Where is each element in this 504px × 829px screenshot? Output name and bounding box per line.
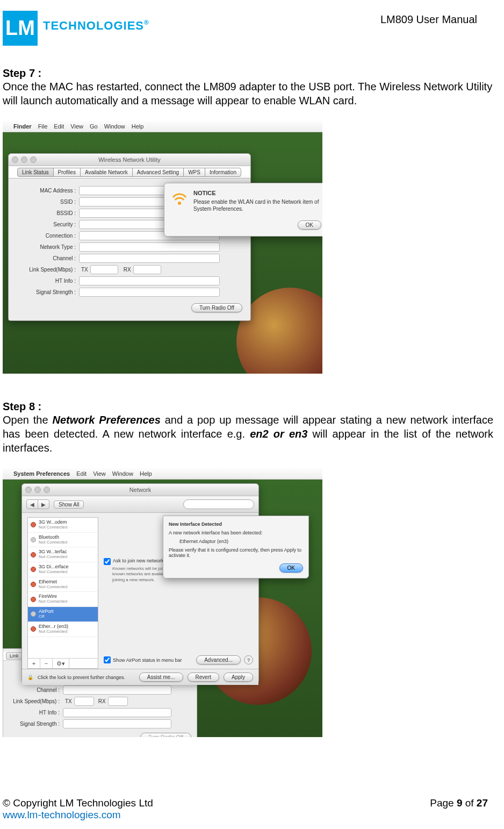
menu-view[interactable]: View xyxy=(70,123,83,130)
menubar-app[interactable]: Finder xyxy=(13,123,32,130)
remove-interface-button[interactable]: − xyxy=(40,659,53,668)
advanced-button[interactable]: Advanced... xyxy=(196,655,241,664)
lock-text: Click the lock to prevent further change… xyxy=(38,675,125,680)
window-controls[interactable] xyxy=(12,156,37,163)
lbl-channel: Channel : xyxy=(17,255,79,261)
network-title-text: Network xyxy=(129,487,151,493)
lbl-rx: RX xyxy=(124,267,131,273)
logo-word: TECHNOLOGIES xyxy=(43,19,144,32)
ask-to-join-label: Ask to join new networks xyxy=(113,558,166,563)
page-total: 27 xyxy=(477,797,488,809)
network-prefs-window: Network ◀▶ Show All 3G W...odemNot Conne… xyxy=(21,483,259,683)
show-status-checkbox[interactable] xyxy=(104,656,111,663)
step8-title: Step 8 : xyxy=(3,401,493,413)
lock-icon[interactable]: 🔒 xyxy=(27,675,33,680)
page-of: of xyxy=(462,797,476,809)
network-window-title: Network xyxy=(22,484,258,496)
page-number: Page 9 of 27 xyxy=(430,797,488,821)
menu-help[interactable]: Help xyxy=(132,123,144,130)
page-pre: Page xyxy=(430,797,457,809)
logo-reg: ® xyxy=(144,19,149,26)
tab-wps[interactable]: WPS xyxy=(183,168,205,177)
logo: LM TECHNOLOGIES® xyxy=(3,11,149,46)
sb-sub: Not Connected xyxy=(39,555,67,560)
notice-dialog: NOTICE Please enable the WLAN card in th… xyxy=(164,183,322,237)
lbl-ssid: SSID : xyxy=(17,199,79,205)
menu2-view[interactable]: View xyxy=(93,470,106,477)
screenshot-step7: Finder File Edit View Go Window Help Wir… xyxy=(3,121,322,374)
tab-profiles[interactable]: Profiles xyxy=(53,168,81,177)
window-controls-2[interactable] xyxy=(25,487,50,493)
menubar-app-2[interactable]: System Preferences xyxy=(13,470,70,477)
u-turn-off-button: Turn Radio Off xyxy=(140,733,191,737)
ask-to-join-checkbox[interactable] xyxy=(104,558,111,565)
tab-information[interactable]: Information xyxy=(205,168,241,177)
new-interface-dialog: New Interface Detected A new network int… xyxy=(163,516,309,578)
status-dot-icon xyxy=(31,582,36,587)
u-val-tx xyxy=(74,697,94,706)
menu2-help[interactable]: Help xyxy=(140,470,152,477)
show-all-button[interactable]: Show All xyxy=(54,501,84,509)
tab-advanced-setting[interactable]: Advanced Setting xyxy=(132,168,184,177)
status-dot-icon xyxy=(31,552,36,558)
sidebar-item-firewire[interactable]: FireWireNot Connected xyxy=(28,592,98,607)
page-footer: © Copyright LM Technologies Ltd www.lm-t… xyxy=(3,797,488,821)
sb-sub: Not Connected xyxy=(39,570,69,575)
utility-tabs: Link Status Profiles Available Network A… xyxy=(9,166,250,178)
show-status-label: Show AirPort status in menu bar xyxy=(113,658,182,663)
sidebar-item-bluetooth[interactable]: BluetoothNot Connected xyxy=(28,533,98,548)
u-val-rx xyxy=(108,697,128,706)
dialog2-ok-button[interactable]: OK xyxy=(279,563,303,573)
val-ht-info xyxy=(79,276,220,285)
revert-button[interactable]: Revert xyxy=(188,673,219,682)
sidebar-item-3g-modem[interactable]: 3G W...odemNot Connected xyxy=(28,518,98,533)
status-dot-icon xyxy=(31,626,36,632)
behind-tab-link[interactable]: Link xyxy=(6,652,23,660)
apply-button[interactable]: Apply xyxy=(224,673,253,682)
assist-me-button[interactable]: Assist me... xyxy=(139,673,183,682)
step7-title: Step 7 : xyxy=(3,67,493,80)
help-button[interactable]: ? xyxy=(244,655,253,664)
gear-menu-button[interactable]: ⚙▾ xyxy=(53,659,69,668)
menu-window[interactable]: Window xyxy=(104,123,125,130)
sidebar-item-3g-dierface[interactable]: 3G Di...erfaceNot Connected xyxy=(28,562,98,577)
u-lbl-signal: Signal Strength : xyxy=(3,721,63,727)
val-network-type xyxy=(79,242,220,252)
svg-point-0 xyxy=(178,202,181,205)
lbl-connection: Connection : xyxy=(17,233,79,239)
nav-back-forward[interactable]: ◀▶ xyxy=(26,499,49,509)
step8-text-1: Open the xyxy=(3,414,52,426)
tab-available-network[interactable]: Available Network xyxy=(80,168,133,177)
add-interface-button[interactable]: + xyxy=(28,659,40,668)
notice-title: NOTICE xyxy=(171,190,321,196)
notice-ok-button[interactable]: OK xyxy=(298,220,321,230)
u-lbl-rx: RX xyxy=(98,698,106,704)
lbl-bssid: BSSID : xyxy=(17,210,79,216)
dialog2-line1: A new network interface has been detecte… xyxy=(169,530,303,535)
menu-edit[interactable]: Edit xyxy=(54,123,64,130)
menu-file[interactable]: File xyxy=(38,123,48,130)
tab-link-status[interactable]: Link Status xyxy=(17,168,53,177)
step8-body: Open the Network Preferences and a pop u… xyxy=(3,413,493,455)
footer-url: www.lm-technologies.com xyxy=(3,809,153,821)
sidebar-item-ethernet[interactable]: EthernetNot Connected xyxy=(28,577,98,592)
sidebar-item-3g-wterfac[interactable]: 3G W...terfacNot Connected xyxy=(28,547,98,562)
dialog2-title: New Interface Detected xyxy=(169,521,303,527)
menu-go[interactable]: Go xyxy=(90,123,98,130)
turn-radio-off-button[interactable]: Turn Radio Off xyxy=(191,303,242,312)
menu2-edit[interactable]: Edit xyxy=(76,470,87,477)
sidebar-item-ether-en3[interactable]: Ether...r (en3)Not Connected xyxy=(28,622,98,637)
network-bottom-bar: 🔒 Click the lock to prevent further chan… xyxy=(22,669,258,685)
mac-menubar: Finder File Edit View Go Window Help xyxy=(3,121,322,132)
lbl-mac-address: MAC Address : xyxy=(17,188,79,194)
menu2-window[interactable]: Window xyxy=(112,470,133,477)
val-signal-strength xyxy=(79,288,220,297)
logo-square: LM xyxy=(3,11,38,46)
lbl-tx: TX xyxy=(81,267,88,273)
search-input[interactable] xyxy=(183,499,254,509)
lbl-signal-strength: Signal Strength : xyxy=(17,289,79,295)
sidebar-item-airport[interactable]: AirPortOff xyxy=(28,607,98,622)
status-dot-icon xyxy=(31,597,36,602)
wireless-utility-window: Wireless Network Utility Link Status Pro… xyxy=(8,153,251,321)
step8-text-bi1: Network Preferences xyxy=(52,414,160,426)
